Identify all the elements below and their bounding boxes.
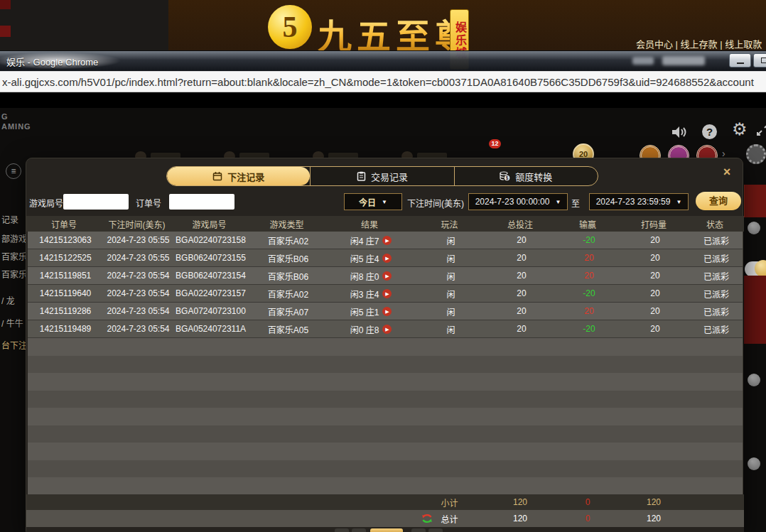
sidebar-fragment: / 牛牛: [1, 317, 27, 329]
result-text: 闲5 庄4: [350, 252, 379, 264]
table-cell: 已派彩: [687, 270, 745, 282]
table-cell: 20: [623, 253, 687, 263]
window-title: 娱乐 - Google Chrome: [6, 55, 98, 68]
table-body: 142151230632024-7-23 05:55BGA02240723158…: [28, 232, 743, 338]
pagination-button[interactable]: [428, 528, 443, 532]
column-header: 打码量: [622, 218, 686, 230]
table-cell: 2024-7-23 05:55: [103, 253, 173, 263]
play-video-icon[interactable]: ▶: [382, 307, 392, 316]
url-text: x-ali.gqjcxs.com/h5V01/pc/index.html?ret…: [2, 72, 766, 93]
win-loss-cell: -20: [555, 235, 623, 245]
pagination-button[interactable]: [411, 528, 426, 532]
play-video-icon[interactable]: ▶: [382, 289, 392, 298]
column-header: 玩法: [412, 218, 487, 230]
tab-label: 交易记录: [371, 170, 408, 183]
provider-logo: G AMING: [1, 112, 31, 131]
table-cell: BGA0524072311A: [173, 324, 248, 334]
table-cell: 2024-7-23 05:54: [103, 306, 173, 316]
notification-badge: 12: [489, 139, 501, 148]
subtotal-label: 小计: [412, 496, 487, 509]
win-loss-cell: 20: [555, 253, 623, 263]
column-header: 订单号: [26, 218, 102, 230]
blurred-username: [632, 57, 654, 65]
screen: 5 九五至尊 娱乐城 会员中心 | 线上存款 | 线上取款 娱乐 - Googl…: [0, 0, 766, 532]
url-bar[interactable]: x-ali.gqjcxs.com/h5V01/pc/index.html?ret…: [0, 71, 766, 92]
date-range-select[interactable]: 今日 ▼: [344, 193, 402, 210]
total-win-loss: 0: [554, 514, 622, 523]
date-to-select[interactable]: 2024-7-23 23:59:59 ▼: [589, 193, 689, 210]
result-cell: 闲5 庄1▶: [328, 305, 414, 317]
chevron-down-icon: ▼: [555, 199, 561, 205]
table-cell: 百家乐A02: [248, 288, 328, 300]
refresh-icon[interactable]: [421, 513, 433, 524]
subtotal-row: 小计 120 0 120: [26, 494, 744, 510]
play-video-icon[interactable]: ▶: [382, 236, 392, 245]
background-panel-fragment: [744, 276, 766, 344]
pagination-button[interactable]: [335, 528, 349, 532]
table-row: 142151225252024-7-23 05:55BGB06240723155…: [28, 249, 743, 267]
maximize-button[interactable]: [753, 53, 766, 67]
win-loss-cell: -20: [555, 288, 623, 298]
play-video-icon[interactable]: ▶: [382, 254, 392, 263]
gear-icon[interactable]: ⚙: [732, 121, 748, 138]
play-video-icon[interactable]: ▶: [382, 325, 392, 334]
calendar-icon: [212, 171, 222, 181]
tab-transaction-records[interactable]: 交易记录: [310, 167, 453, 185]
background-panel-fragment: [744, 185, 766, 217]
background-knob: [748, 222, 760, 234]
pagination-current-page[interactable]: [370, 528, 403, 532]
table-cell: 14215119489: [28, 324, 103, 334]
banner-links[interactable]: 会员中心 | 线上存款 | 线上取款: [636, 37, 766, 50]
date-range-value: 今日: [359, 196, 376, 208]
sidebar-fragment: 百家乐: [1, 268, 27, 280]
help-icon[interactable]: ?: [702, 124, 717, 139]
table-cell: 14215123063: [28, 235, 103, 245]
table-cell: 2024-7-23 05:54: [103, 324, 173, 334]
total-total-bet: 120: [487, 514, 554, 523]
minimize-button[interactable]: [729, 53, 751, 67]
table-cell: 已派彩: [687, 288, 745, 300]
tab-quota-transfer[interactable]: $ 额度转换: [454, 167, 598, 185]
coins-icon: $: [500, 171, 510, 181]
sidebar-fragment: 部游戏: [1, 232, 27, 244]
background-window-fragment: [0, 26, 11, 37]
date-from-select[interactable]: 2024-7-23 00:00:00 ▼: [468, 193, 568, 210]
total-row: 总计 120 0 120: [26, 510, 744, 527]
table-cell: 20: [623, 306, 687, 316]
sidebar-fragment: 记录: [1, 213, 27, 225]
table-cell: 2024-7-23 05:55: [103, 235, 173, 245]
table-row: 142151198512024-7-23 05:54BGB06240723154…: [28, 267, 743, 285]
round-input[interactable]: [63, 194, 129, 210]
table-header-row: 订单号下注时间(美东)游戏局号游戏类型结果玩法总投注输赢打码量状态: [26, 216, 744, 232]
search-button[interactable]: 查询: [696, 192, 741, 210]
table-cell: 闲: [414, 270, 488, 282]
table-cell: 20: [623, 271, 687, 281]
table-cell: 百家乐A07: [248, 305, 328, 317]
blurred-username: [662, 56, 705, 65]
fullscreen-icon[interactable]: [756, 122, 766, 136]
table-cell: 已派彩: [687, 305, 745, 317]
win-loss-cell: 20: [555, 306, 623, 316]
order-input[interactable]: [169, 194, 234, 210]
table-cell: BGA02240723158: [173, 235, 248, 245]
play-video-icon[interactable]: ▶: [382, 271, 392, 281]
table-cell: 已派彩: [687, 234, 745, 246]
sound-icon[interactable]: [671, 124, 688, 140]
sidebar-fragment: 百家乐: [1, 250, 27, 262]
table-cell: 2024-7-23 05:54: [103, 271, 173, 281]
table-cell: 闲: [414, 234, 488, 246]
table-cell: 闲: [414, 252, 488, 264]
pagination-button[interactable]: [352, 528, 366, 532]
table-cell: 14215122525: [28, 253, 103, 263]
close-icon[interactable]: ×: [719, 164, 735, 180]
table-cell: 百家乐B06: [248, 252, 328, 264]
tab-bet-records[interactable]: 下注记录: [167, 167, 310, 185]
column-header: 下注时间(美东): [102, 218, 172, 230]
table-cell: 20: [488, 253, 555, 263]
table-cell: BGA02240723157: [173, 288, 248, 298]
chevron-down-icon: ▼: [676, 199, 681, 205]
table-cell: 闲: [414, 288, 488, 300]
table-cell: BGB06240723154: [173, 271, 248, 281]
table-row: 142151230632024-7-23 05:55BGA02240723158…: [28, 232, 743, 249]
result-text: 闲0 庄8: [350, 323, 379, 335]
